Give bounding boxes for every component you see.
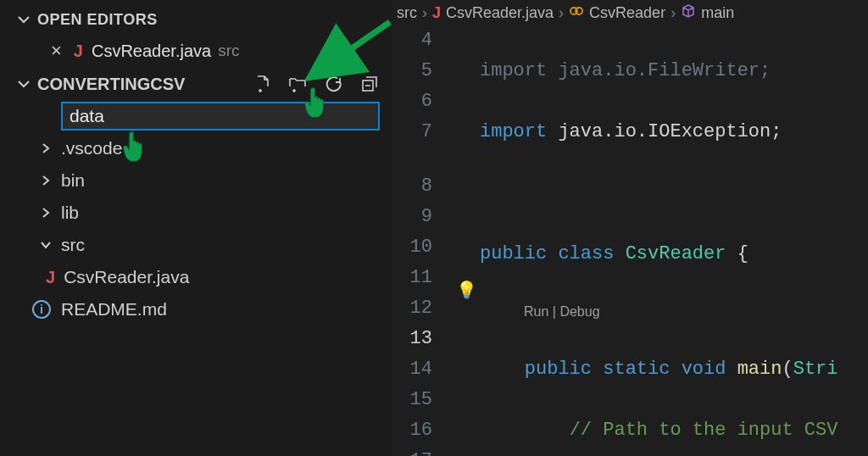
new-folder-icon[interactable] (288, 74, 309, 94)
editor-pane: src › J CsvReader.java › CsvReader › mai… (392, 0, 868, 456)
refresh-icon[interactable] (324, 74, 344, 94)
breadcrumb[interactable]: src › J CsvReader.java › CsvReader › mai… (392, 0, 868, 25)
bc-file[interactable]: CsvReader.java (446, 4, 554, 22)
close-icon[interactable]: × (51, 40, 62, 62)
codelens-run-debug[interactable]: Run | Debug (480, 300, 868, 324)
open-editors-label: OPEN EDITORS (37, 11, 158, 29)
explorer-sidebar: OPEN EDITORS × J CsvReader.java src CONV… (0, 0, 392, 456)
code-line[interactable] (480, 178, 868, 209)
bc-class[interactable]: CsvReader (589, 4, 665, 22)
open-editor-dir: src (218, 42, 239, 60)
bc-src[interactable]: src (397, 4, 417, 22)
chevron-down-icon (15, 11, 32, 28)
tree-label: src (61, 235, 85, 255)
new-file-icon[interactable] (253, 74, 273, 94)
chevron-down-icon (15, 75, 32, 92)
code-line[interactable]: public class CsvReader { (480, 239, 868, 270)
folder-src[interactable]: src (0, 229, 392, 261)
line-gutter: 4 5 6 7 8 9 10 11 12 13 14 15 16 17 (392, 25, 454, 456)
tree-label: lib (61, 203, 79, 223)
code-lines[interactable]: import java.io.FileWriter; import java.i… (480, 25, 868, 456)
tree-label: .vscode (61, 138, 122, 158)
code-line[interactable]: // Path to the input CSV (480, 415, 868, 446)
tree-label: README.md (61, 299, 167, 320)
class-icon (569, 3, 584, 23)
folder-lib[interactable]: lib (0, 197, 392, 229)
info-icon: i (32, 300, 51, 319)
file-csvreader[interactable]: J CsvReader.java (0, 261, 392, 293)
method-icon (681, 3, 696, 23)
folder-bin[interactable]: bin (0, 164, 392, 197)
folder-vscode[interactable]: .vscode (0, 132, 392, 164)
chevron-down-icon (37, 239, 54, 251)
new-folder-input[interactable] (61, 102, 380, 131)
chevron-right-icon (37, 207, 54, 219)
open-editor-item[interactable]: × J CsvReader.java src (0, 34, 392, 68)
chevron-right-icon: › (559, 4, 564, 22)
chevron-right-icon (37, 142, 54, 154)
explorer-actions (253, 74, 380, 94)
glyph-margin: 💡 (454, 25, 480, 456)
code-line[interactable]: import java.io.IOException; (480, 117, 868, 147)
tree-label: CsvReader.java (64, 267, 189, 287)
code-area[interactable]: 4 5 6 7 8 9 10 11 12 13 14 15 16 17 💡 im… (392, 25, 868, 456)
code-line[interactable]: public static void main(Stri (480, 354, 868, 385)
collapse-all-icon[interactable] (359, 74, 380, 94)
file-readme[interactable]: i README.md (0, 293, 392, 325)
open-editors-header[interactable]: OPEN EDITORS (0, 5, 392, 34)
chevron-right-icon: › (422, 4, 427, 22)
java-file-icon: J (46, 268, 55, 287)
code-line[interactable]: import java.io.FileWriter; (480, 56, 868, 86)
project-header[interactable]: CONVERTINGCSV (0, 68, 392, 100)
java-file-icon: J (74, 42, 83, 61)
lightbulb-icon[interactable]: 💡 (456, 276, 477, 307)
project-label: CONVERTINGCSV (37, 75, 185, 94)
bc-method[interactable]: main (701, 4, 734, 22)
java-file-icon: J (432, 4, 441, 22)
chevron-right-icon (37, 175, 54, 186)
open-editor-filename: CsvReader.java (92, 42, 211, 61)
tree-label: bin (61, 170, 85, 191)
chevron-right-icon: › (670, 4, 676, 22)
